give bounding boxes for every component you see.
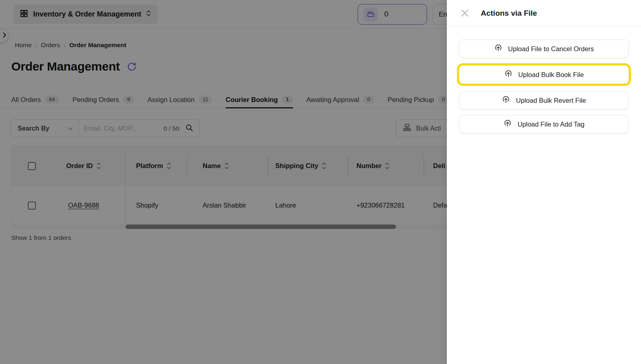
action-button-label: Upload File to Cancel Orders: [508, 45, 594, 53]
upload-file-to-cancel-orders-button[interactable]: Upload File to Cancel Orders: [459, 40, 629, 58]
upload-cloud-icon: [503, 119, 512, 129]
action-button-label: Upload Bulk Book File: [518, 71, 584, 79]
upload-file-to-add-tag-button[interactable]: Upload File to Add Tag: [459, 115, 629, 133]
upload-bulk-revert-file-button[interactable]: Upload Bulk Revert File: [459, 91, 629, 110]
upload-bulk-book-file-button[interactable]: Upload Bulk Book File: [459, 65, 629, 84]
actions-via-file-drawer: Actions via File Upload File to Cancel O…: [447, 0, 641, 364]
drawer-header: Actions via File: [447, 0, 641, 27]
drawer-body: Upload File to Cancel Orders Upload Bulk…: [447, 27, 641, 146]
order-management-page: Inventory & Order Management 0 Eng: [0, 0, 641, 364]
upload-cloud-icon: [502, 96, 510, 106]
drawer-title: Actions via File: [481, 9, 537, 18]
upload-cloud-icon: [504, 70, 513, 80]
upload-cloud-icon: [494, 44, 503, 54]
close-icon[interactable]: [459, 8, 470, 19]
action-button-label: Upload File to Add Tag: [517, 121, 584, 128]
action-button-label: Upload Bulk Revert File: [516, 97, 586, 104]
